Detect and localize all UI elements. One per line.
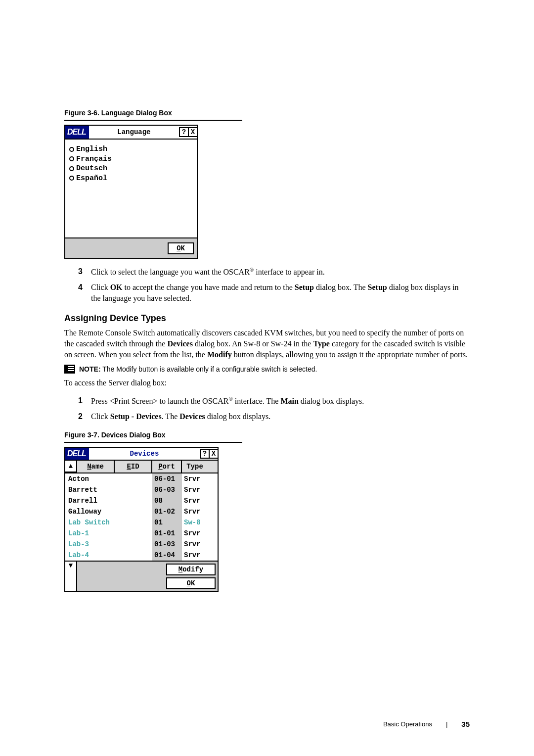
close-icon[interactable]: X (188, 127, 198, 137)
step-3: 3 Click to select the language you want … (78, 266, 470, 278)
device-name: Darrell (65, 497, 152, 505)
device-name: Barrett (65, 486, 152, 494)
device-type: Srvr (182, 486, 208, 494)
divider-2 (64, 442, 242, 443)
radio-icon[interactable] (69, 147, 74, 152)
column-name[interactable]: Name (77, 461, 115, 472)
page-number: 35 (461, 720, 470, 728)
column-eid[interactable]: EID (115, 461, 152, 472)
column-type: Type (182, 461, 208, 472)
language-option[interactable]: English (69, 144, 193, 154)
device-name: Lab Switch (65, 519, 152, 526)
language-dialog: DELL Language ? X EnglishFrançaisDeutsch… (64, 125, 198, 259)
table-row[interactable]: Lab-401-04Srvr (65, 550, 218, 561)
table-row[interactable]: Lab Switch01Sw-8 (65, 517, 218, 528)
modify-button[interactable]: Modify (166, 564, 216, 575)
note-text: NOTE: The Modify button is available onl… (79, 365, 317, 373)
devices-body: Acton06-01SrvrBarrett06-03SrvrDarrell08S… (65, 473, 218, 561)
device-name: Lab-4 (65, 551, 152, 559)
close-icon[interactable]: X (209, 449, 219, 459)
step-4: 4 Click OK to accept the change you have… (78, 282, 470, 304)
table-row[interactable]: Galloway01-02Srvr (65, 506, 218, 517)
table-row[interactable]: Lab-301-03Srvr (65, 539, 218, 550)
radio-icon[interactable] (69, 166, 74, 171)
language-label: English (76, 144, 107, 154)
device-port: 01-03 (152, 539, 182, 550)
scroll-up-icon[interactable]: ▲ (65, 461, 77, 472)
device-name: Lab-1 (65, 529, 152, 537)
access-line: To access the Server dialog box: (64, 378, 470, 388)
devices-title-text: Devices (89, 450, 200, 458)
table-row[interactable]: Lab-101-01Srvr (65, 528, 218, 539)
device-type: Srvr (182, 508, 208, 516)
devices-header-row: ▲ Name EID Port Type (65, 461, 218, 473)
figure-3-7-caption: Figure 3-7. Devices Dialog Box (64, 431, 470, 439)
assigning-device-types-heading: Assigning Device Types (64, 313, 470, 324)
note-icon (64, 365, 75, 374)
section-label: Basic Operations (383, 720, 432, 728)
language-label: Français (76, 154, 112, 164)
steps-list-a: 3 Click to select the language you want … (78, 266, 470, 304)
note-row: NOTE: The Modify button is available onl… (64, 365, 470, 374)
ok-button[interactable]: OK (168, 242, 194, 254)
dell-logo: DELL (65, 126, 89, 139)
radio-icon[interactable] (69, 156, 74, 161)
dell-logo: DELL (65, 448, 89, 460)
language-label: Deutsch (76, 164, 107, 174)
device-type: Srvr (182, 551, 208, 559)
device-port: 01-04 (152, 550, 182, 561)
language-title-bar: DELL Language ? X (65, 126, 197, 140)
steps-list-b: 1 Press <Print Screen> to launch the OSC… (78, 395, 470, 422)
page-footer: Basic Operations | 35 (383, 720, 470, 728)
device-type: Srvr (182, 497, 208, 505)
device-name: Lab-3 (65, 540, 152, 548)
devices-footer: ▼ Modify OK (65, 561, 218, 591)
device-type: Srvr (182, 475, 208, 483)
column-port[interactable]: Port (152, 461, 182, 472)
help-icon[interactable]: ? (179, 127, 189, 137)
device-name: Acton (65, 475, 152, 483)
radio-icon[interactable] (69, 176, 74, 181)
device-type: Srvr (182, 529, 208, 537)
device-type: Srvr (182, 540, 208, 548)
separator: | (446, 720, 447, 728)
figure-3-6-caption: Figure 3-6. Language Dialog Box (64, 109, 470, 117)
table-row[interactable]: Darrell08Srvr (65, 495, 218, 506)
language-title-text: Language (89, 128, 179, 136)
device-port: 01-01 (152, 528, 182, 539)
step-1: 1 Press <Print Screen> to launch the OSC… (78, 395, 470, 407)
ok-button[interactable]: OK (166, 577, 216, 589)
assign-paragraph: The Remote Console Switch automatically … (64, 328, 470, 361)
device-port: 01-02 (152, 506, 182, 517)
devices-dialog: DELL Devices ? X ▲ Name EID Port Type Ac… (64, 447, 219, 592)
table-row[interactable]: Acton06-01Srvr (65, 473, 218, 484)
divider (64, 120, 242, 121)
device-port: 08 (152, 495, 182, 506)
help-icon[interactable]: ? (200, 449, 210, 459)
language-option[interactable]: Deutsch (69, 164, 193, 174)
device-port: 06-03 (152, 484, 182, 495)
device-name: Galloway (65, 508, 152, 516)
scroll-down-icon[interactable]: ▼ (65, 562, 77, 591)
language-option[interactable]: Español (69, 174, 193, 184)
step-2: 2 Click Setup - Devices. The Devices dia… (78, 411, 470, 422)
language-footer: OK (65, 238, 197, 258)
language-list: EnglishFrançaisDeutschEspañol (65, 140, 197, 238)
language-label: Español (76, 174, 107, 184)
language-option[interactable]: Français (69, 154, 193, 164)
devices-title-bar: DELL Devices ? X (65, 448, 218, 461)
device-port: 01 (152, 517, 182, 528)
device-type: Sw-8 (182, 519, 208, 526)
device-port: 06-01 (152, 473, 182, 484)
table-row[interactable]: Barrett06-03Srvr (65, 484, 218, 495)
